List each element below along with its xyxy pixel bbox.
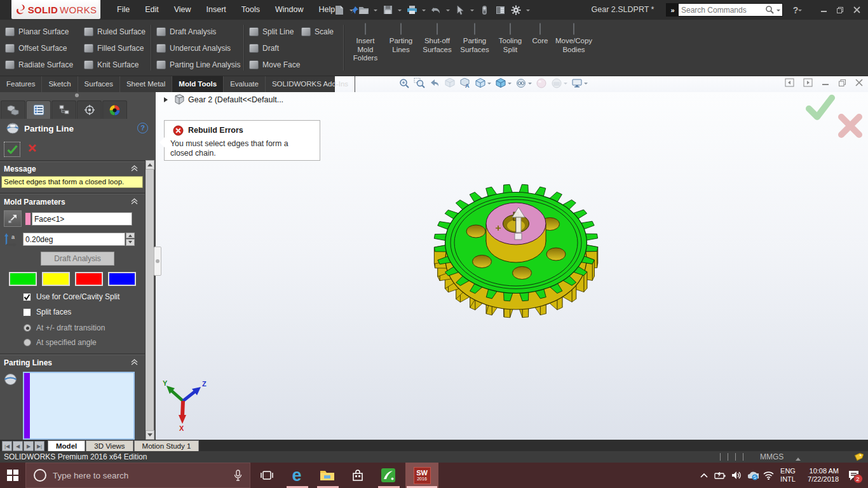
wifi-icon[interactable] [760,463,776,488]
menu-edit[interactable]: Edit [137,0,166,20]
taskbar-search-input[interactable] [53,471,234,480]
tag-icon[interactable] [854,452,864,461]
search-magnifier-icon[interactable] [765,5,775,15]
tab-surfaces[interactable]: Surfaces [78,76,120,92]
close-button[interactable] [850,0,863,20]
help-button[interactable]: ? [790,0,805,20]
mold-parameters-group-header[interactable]: Mold Parameters [4,198,65,207]
task-pane-icon[interactable] [494,4,506,16]
start-button[interactable] [0,463,25,488]
options-gear-icon[interactable] [510,4,522,16]
apply-scene-icon[interactable] [551,78,567,89]
ribbon-button-parting-line-analysis[interactable]: Parting Line Analysis [156,57,240,73]
ribbon-button-tooling-split[interactable]: Tooling Split [494,24,526,54]
confirmation-cancel-icon[interactable] [837,112,864,139]
tab-3d-views[interactable]: 3D Views [86,440,133,451]
ribbon-button-shut-off-surfaces[interactable]: Shut-off Surfaces [419,24,455,54]
draft-direction-button[interactable] [4,210,22,227]
doc-minimize-icon[interactable] [822,79,829,86]
first-tab-icon[interactable]: |◀ [2,441,12,451]
ribbon-button-undercut-analysis[interactable]: Undercut Analysis [156,40,240,57]
action-center-icon[interactable]: 2 [843,463,864,488]
last-tab-icon[interactable]: ▶| [34,441,44,451]
taskbar-search[interactable] [25,463,250,488]
tab-sheet-metal[interactable]: Sheet Metal [120,76,172,92]
sync-center-icon[interactable] [745,463,761,488]
tab-motion-study-1[interactable]: Motion Study 1 [134,440,200,451]
menu-insert[interactable]: Insert [199,0,234,20]
menu-tools[interactable]: Tools [234,0,268,20]
save-icon[interactable] [382,4,393,16]
core-cavity-split-checkbox[interactable] [23,293,31,301]
search-dropdown-icon[interactable] [776,10,780,13]
undo-dropdown-icon[interactable] [446,10,450,13]
new-dropdown-icon[interactable] [349,10,353,13]
view-settings-icon[interactable] [571,78,588,89]
undo-icon[interactable] [430,4,442,16]
parting-lines-selection-list[interactable] [23,372,135,440]
open-dropdown-icon[interactable] [374,10,377,13]
feature-tree-root[interactable]: Gear 2 (Default<<Default... [163,94,283,105]
ribbon-button-offset-surface[interactable]: Offset Surface [5,40,73,57]
new-document-icon[interactable] [334,4,345,16]
section-view-icon[interactable] [444,78,456,89]
tab-solidworks-add-ins[interactable]: SOLIDWORKS Add-Ins [266,76,355,92]
green-app-icon[interactable] [374,463,402,488]
edge-icon[interactable]: e [283,463,311,488]
ribbon-button-radiate-surface[interactable]: Radiate Surface [5,57,73,73]
graphics-viewport[interactable]: Gear 2 (Default<<Default... Rebuild Erro… [156,92,868,440]
straddle-faces-color-swatch[interactable] [108,272,136,286]
menu-file[interactable]: File [109,0,137,20]
tab-mold-tools[interactable]: Mold Tools [172,76,224,92]
store-icon[interactable] [344,463,372,488]
panel-scrollbar[interactable] [145,160,154,440]
ribbon-button-parting-lines[interactable]: Parting Lines [385,24,417,54]
file-explorer-icon[interactable] [313,463,341,488]
search-commands-input[interactable] [679,6,765,15]
tab-model[interactable]: Model [48,440,85,451]
minimize-button[interactable] [817,0,830,20]
expand-tree-icon[interactable] [163,97,168,103]
panel-splitter-dot[interactable] [75,93,79,97]
scroll-up-icon[interactable] [146,160,154,170]
featuremanager-tab[interactable] [1,100,25,119]
units-dropdown-icon[interactable] [796,455,801,461]
scroll-down-icon[interactable] [146,430,154,440]
ribbon-button-scale[interactable]: Scale [301,24,334,40]
ribbon-button-knit-surface[interactable]: Knit Surface [84,57,146,73]
spinner-down-icon[interactable] [126,239,135,246]
propertymanager-tab[interactable] [26,100,51,119]
parting-line-selection-field[interactable] [32,212,132,226]
ribbon-button-ruled-surface[interactable]: Ruled Surface [84,24,146,40]
ribbon-button-core[interactable]: Core [529,24,552,46]
next-tab-icon[interactable]: ▶ [24,441,34,451]
tab-sketch[interactable]: Sketch [42,76,78,92]
confirmation-ok-icon[interactable] [805,95,836,121]
restore-button[interactable] [834,0,846,20]
menu-window[interactable]: Window [268,0,311,20]
ok-button[interactable] [4,142,20,157]
dimxpertmanager-tab[interactable] [77,100,102,119]
doc-close-icon[interactable] [855,79,863,86]
zoom-fit-icon[interactable] [398,78,410,89]
collapse-mold-parameters-icon[interactable] [130,198,139,205]
open-document-icon[interactable] [358,4,369,16]
select-cursor-icon[interactable] [454,4,466,16]
specified-angle-radio[interactable] [24,339,31,346]
ribbon-button-filled-surface[interactable]: Filled Surface [84,40,146,57]
requires-draft-color-swatch[interactable] [42,272,70,286]
tab-features[interactable]: Features [0,76,42,92]
ribbon-button-move-copy-bodies[interactable]: Move/Copy Bodies [554,24,593,54]
parting-lines-group-header[interactable]: Parting Lines [4,358,52,367]
previous-view-icon[interactable] [429,78,440,89]
print-icon[interactable] [406,4,417,16]
display-style-icon[interactable] [495,78,512,89]
previous-tab-icon[interactable]: ◀ [13,441,23,451]
print-dropdown-icon[interactable] [422,10,426,13]
units-selector[interactable]: MMGS [760,452,783,461]
clock[interactable]: 10:08 AM 7/22/2018 [799,463,839,488]
tab-evaluate[interactable]: Evaluate [224,76,266,92]
ribbon-button-move-face[interactable]: Move Face [249,57,300,73]
collapse-left-pane-icon[interactable] [785,78,794,87]
zoom-area-icon[interactable] [414,78,425,89]
